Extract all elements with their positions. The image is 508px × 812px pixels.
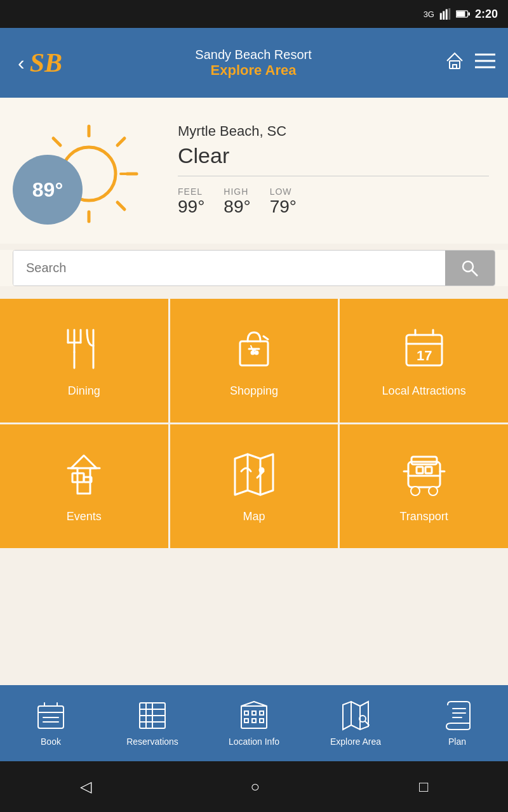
shopping-label: Shopping	[230, 384, 278, 398]
svg-rect-74	[260, 719, 264, 723]
header-icons	[444, 51, 495, 75]
category-events[interactable]: Events	[0, 424, 168, 548]
svg-line-76	[254, 702, 267, 706]
svg-rect-8	[453, 65, 457, 69]
category-map[interactable]: Map	[170, 424, 338, 548]
category-shopping[interactable]: Shopping	[170, 299, 338, 422]
svg-rect-0	[440, 13, 442, 20]
feel-value: 99°	[178, 197, 204, 217]
map-icon	[229, 449, 279, 500]
svg-rect-2	[446, 10, 448, 20]
svg-marker-43	[235, 454, 273, 495]
svg-rect-53	[425, 467, 432, 473]
weather-high: HIGH 89°	[224, 187, 250, 217]
svg-rect-71	[260, 711, 264, 715]
svg-rect-48	[411, 457, 437, 464]
svg-line-23	[472, 270, 478, 276]
nav-explore-label: Explore Area	[330, 737, 381, 747]
feel-label: FEEL	[178, 187, 204, 197]
weather-low: LOW 79°	[270, 187, 297, 217]
svg-point-32	[251, 351, 254, 354]
nav-book-label: Book	[41, 737, 61, 747]
svg-rect-3	[448, 8, 450, 20]
category-dining[interactable]: Dining	[0, 299, 168, 422]
weather-feel: FEEL 99°	[178, 187, 204, 217]
status-time: 2:20	[475, 8, 498, 21]
weather-section: 89° Myrtle Beach, SC Clear FEEL 99° HIGH…	[0, 98, 508, 244]
android-back-button[interactable]: ◁	[61, 771, 110, 802]
network-signal: 3G	[424, 10, 434, 19]
nav-plan[interactable]: Plan	[406, 700, 508, 747]
svg-text:17: 17	[417, 348, 432, 363]
android-nav: ◁ ○ □	[0, 761, 508, 812]
svg-rect-70	[252, 711, 256, 715]
svg-point-46	[260, 468, 264, 472]
android-home-button[interactable]: ○	[232, 771, 279, 802]
header: ‹ SB Sandy Beach Resort Explore Area	[0, 28, 508, 98]
low-value: 79°	[270, 197, 297, 217]
svg-line-34	[264, 336, 268, 339]
weather-info: Myrtle Beach, SC Clear FEEL 99° HIGH 89°…	[178, 117, 489, 217]
search-input[interactable]	[13, 251, 445, 285]
svg-point-22	[463, 261, 473, 272]
events-label: Events	[67, 510, 102, 523]
high-label: HIGH	[224, 187, 250, 197]
svg-line-18	[117, 138, 124, 145]
logo: SB	[30, 48, 62, 78]
weather-stats: FEEL 99° HIGH 89° LOW 79°	[178, 187, 489, 217]
header-title: Sandy Beach Resort Explore Area	[69, 48, 438, 79]
search-bar	[0, 250, 508, 286]
temperature-badge: 89°	[13, 155, 83, 225]
svg-point-51	[429, 487, 438, 495]
svg-line-16	[53, 138, 60, 145]
category-transport[interactable]: Transport	[340, 424, 508, 548]
svg-rect-47	[408, 462, 440, 487]
reservations-book-icon	[137, 700, 168, 731]
svg-line-75	[241, 702, 254, 706]
bottom-nav: Book Reservations Location Info	[0, 685, 508, 761]
high-value: 89°	[224, 197, 250, 217]
back-button[interactable]: ‹	[13, 46, 30, 80]
svg-line-17	[117, 202, 124, 209]
nav-location-info-label: Location Info	[229, 737, 279, 747]
transport-icon	[399, 449, 450, 500]
nav-explore-area[interactable]: Explore Area	[305, 700, 406, 747]
svg-rect-73	[252, 719, 256, 723]
map-label: Map	[243, 510, 265, 523]
menu-button[interactable]	[475, 53, 495, 74]
low-label: LOW	[270, 187, 297, 197]
svg-rect-5	[457, 11, 465, 16]
svg-rect-6	[468, 12, 470, 15]
nav-reservations[interactable]: Reservations	[102, 700, 203, 747]
signal-icon	[439, 8, 451, 20]
explore-map-icon	[340, 700, 371, 731]
search-container	[13, 250, 495, 286]
status-bar: 3G 2:20	[0, 0, 508, 28]
weather-condition: Clear	[178, 143, 489, 176]
dining-label: Dining	[68, 384, 100, 398]
shopping-icon	[229, 324, 279, 374]
svg-rect-69	[244, 711, 248, 715]
attractions-label: Local Attractions	[382, 384, 466, 398]
transport-label: Transport	[399, 510, 448, 523]
categories-grid: Dining Shopping 17 Local Attractions	[0, 299, 508, 548]
android-recent-button[interactable]: □	[400, 771, 448, 802]
page-name: Explore Area	[69, 62, 438, 79]
svg-rect-72	[244, 719, 248, 723]
category-local-attractions[interactable]: 17 Local Attractions	[340, 299, 508, 422]
events-icon	[58, 449, 109, 500]
nav-book[interactable]: Book	[0, 700, 102, 747]
nav-plan-label: Plan	[448, 737, 466, 747]
svg-point-50	[411, 487, 420, 495]
book-calendar-icon	[35, 700, 67, 731]
attractions-icon: 17	[399, 324, 450, 374]
dining-icon	[58, 324, 109, 374]
svg-rect-52	[417, 467, 423, 473]
resort-name: Sandy Beach Resort	[69, 48, 438, 62]
nav-location-info[interactable]: Location Info	[203, 700, 305, 747]
weather-location: Myrtle Beach, SC	[178, 123, 489, 140]
svg-rect-1	[443, 11, 444, 20]
home-button[interactable]	[444, 51, 465, 75]
battery-icon	[456, 10, 470, 18]
search-button[interactable]	[445, 251, 495, 285]
